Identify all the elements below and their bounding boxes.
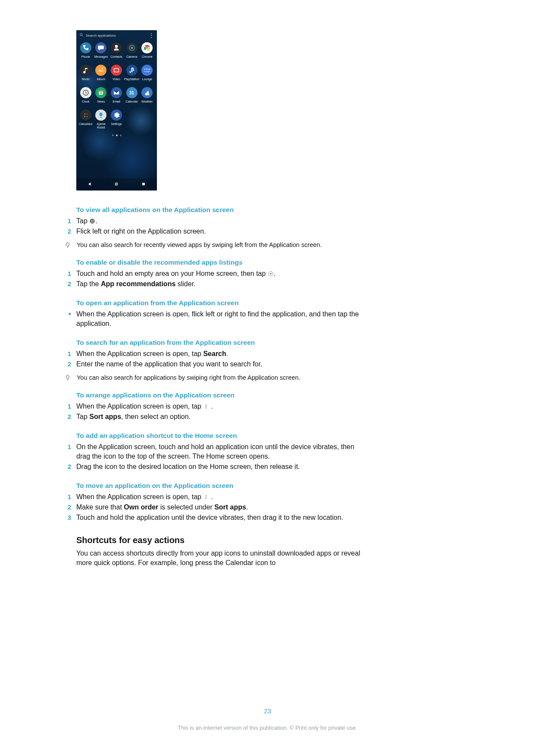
section-title: To search for an application from the Ap… [76,339,365,347]
screenshot-app-icon [111,109,122,121]
step-number: 3 [64,513,71,522]
body-paragraph: You can access shortcuts directly from y… [76,549,365,568]
ordered-list: 1 When the Application screen is open, t… [76,492,365,522]
list-item: 2 Tap Sort apps, then select an option. [76,412,365,422]
screenshot-app-icon [80,65,91,76]
more-icon: ⋮ [149,34,154,37]
list-item: 1 Touch and hold an empty area on your H… [76,269,365,278]
recent-icon [141,181,147,188]
application-screen-screenshot: Search applications ⋮ PhoneMessagesConta… [76,30,157,191]
screenshot-app: 31Calendar [124,87,140,107]
step-number: 2 [64,503,71,512]
screenshot-app-label: PlayStation [124,78,139,84]
footer-text: This is an internet version of this publ… [0,725,535,731]
list-item: 2 Drag the icon to the desired location … [76,462,365,472]
pager-dot-active [116,134,118,136]
section-title: To open an application from the Applicat… [76,299,365,307]
step-number: 1 [64,492,71,502]
screenshot-app-icon [95,65,106,76]
screenshot-app-label: Phone [81,55,90,62]
screenshot-app-icon [126,65,138,76]
step-number: 2 [64,462,71,472]
screenshot-app: Xperia Assist [94,109,109,129]
list-item: 1 When the Application screen is open, t… [76,492,365,502]
list-item: 1 On the Application screen, touch and h… [76,442,365,461]
step-text: When the Application screen is open, tap… [76,349,365,359]
text-fragment: Tap [76,217,89,225]
screenshot-app-label: Video [113,78,120,84]
page-number: 23 [0,707,535,715]
screenshot-app-label: Music [82,78,90,84]
screenshot-app-icon [95,109,106,121]
screenshot-app-label: Clock [82,100,90,107]
screenshot-nav-bar [76,178,157,191]
step-text: Make sure that Own order is selected und… [76,503,365,512]
screenshot-app: Contacts [109,42,124,62]
text-fragment: Tap [76,413,89,420]
screenshot-app-icon [141,42,153,53]
section-title: To add an application shortcut to the Ho… [76,432,365,440]
home-icon [113,181,119,188]
list-item: • When the Application screen is open, f… [76,309,365,328]
screenshot-app-label: Weather [141,100,153,107]
text-fragment: When the Application screen is open, tap [76,350,203,357]
screenshot-app-icon [80,109,91,121]
screenshot-app: Chrome [139,42,155,62]
text-fragment: . [209,493,213,500]
step-number: 1 [64,269,71,278]
ordered-list: 1 Touch and hold an empty area on your H… [76,269,365,289]
screenshot-app-label: Lounge [142,78,152,84]
screenshot-app-icon [80,42,91,53]
text-fragment: . [246,503,248,511]
screenshot-app-icon [141,65,153,76]
text-fragment: Touch and hold an empty area on your Hom… [76,270,268,277]
screenshot-app: Music [78,65,94,84]
screenshot-app-label: Camera [126,55,137,62]
screenshot-app-icon [111,42,122,53]
list-item: 2 Tap the App recommendations slider. [76,279,365,289]
bulleted-list: • When the Application screen is open, f… [76,309,365,328]
screenshot-app: Email [109,87,124,107]
ordered-list: 1 Tap . 2 Flick left or right on the App… [76,216,365,236]
text-fragment: , then select an option. [121,413,191,420]
screenshot-app: Lounge [139,65,155,84]
step-number: 2 [64,359,71,369]
more-vert-icon [203,403,209,409]
text-fragment: Make sure that [76,503,124,511]
screenshot-app-label: News [97,100,105,107]
screenshot-app: Phone [78,42,94,62]
tip-icon [64,374,72,381]
step-number: 1 [64,402,71,411]
bullet-text: When the Application screen is open, fli… [76,309,365,328]
text-fragment: When the Application screen is open, tap [76,493,203,500]
apps-icon [89,218,95,224]
step-text: When the Application screen is open, tap… [76,492,365,502]
more-vert-icon [203,494,209,500]
text-fragment: Tap the [76,280,101,287]
screenshot-app-label: Calculator [79,122,93,129]
text-fragment: . [226,350,228,357]
screenshot-app-icon [141,87,153,98]
step-text: Tap . [76,216,365,226]
list-item: 1 When the Application screen is open, t… [76,349,365,359]
step-number: 1 [64,349,71,359]
settings-icon [268,271,274,277]
text-fragment: . [274,270,275,277]
text-bold: Sort apps [89,413,121,420]
screenshot-app: Calculator [78,109,94,129]
tip-text: You can also search for recently viewed … [77,241,365,248]
screenshot-app: Settings [109,109,124,129]
step-number: 1 [64,216,71,226]
ordered-list: 1 When the Application screen is open, t… [76,349,365,369]
screenshot-app: Weather [139,87,155,107]
step-text: Enter the name of the application that y… [76,359,365,369]
screenshot-app-label: Messages [94,55,108,62]
step-text: On the Application screen, touch and hol… [76,442,365,461]
text-bold: Sort apps [214,503,246,511]
screenshot-app-label: Settings [111,122,122,129]
screenshot-app-icon: 31 [126,87,138,98]
step-text: When the Application screen is open, tap… [76,402,365,411]
screenshot-app: Camera [124,42,140,62]
screenshot-app: Video [109,65,124,84]
screenshot-top-bar: Search applications ⋮ [76,30,157,41]
